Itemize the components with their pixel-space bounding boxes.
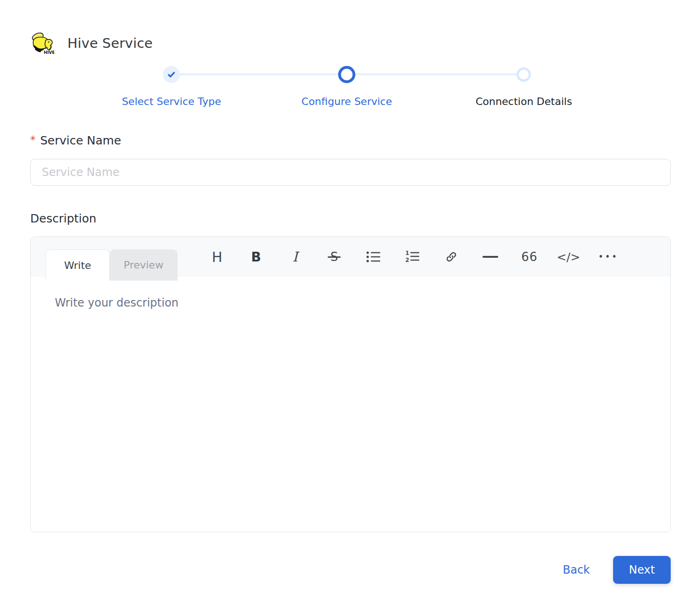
step-active-indicator [338, 66, 356, 83]
description-editor: Write Preview H B I S [30, 236, 671, 532]
editor-toolbar-icons: H B I S [208, 237, 617, 277]
code-icon: </> [557, 250, 580, 264]
horizontal-rule-icon [482, 256, 498, 258]
quote-button[interactable]: 66 [520, 248, 539, 266]
editor-toolbar: Write Preview H B I S [31, 237, 670, 277]
back-button[interactable]: Back [563, 563, 590, 576]
step-label: Select Service Type [122, 96, 221, 107]
page-title: Hive Service [67, 35, 153, 51]
step-label: Connection Details [475, 96, 572, 107]
step-label: Configure Service [302, 96, 392, 107]
stepper: Select Service Type Configure Service Co… [30, 65, 671, 111]
step-select-service-type[interactable]: Select Service Type [122, 65, 221, 107]
service-name-label: Service Name [40, 134, 121, 147]
editor-body [31, 277, 670, 532]
description-label: Description [30, 212, 96, 225]
service-name-input[interactable] [30, 159, 671, 186]
step-completed-indicator [163, 66, 180, 83]
more-icon: ••• [596, 253, 619, 261]
editor-tabs: Write Preview [46, 249, 178, 281]
horizontal-rule-button[interactable] [481, 248, 500, 266]
ordered-list-icon: 1 2 [405, 250, 419, 263]
ordered-list-button[interactable]: 1 2 [403, 248, 422, 266]
description-textarea[interactable] [31, 277, 670, 532]
step-configure-service[interactable]: Configure Service [302, 65, 392, 107]
svg-text:2: 2 [405, 257, 409, 263]
more-button[interactable]: ••• [598, 248, 617, 266]
italic-button[interactable]: I [286, 248, 304, 266]
code-button[interactable]: </> [559, 248, 578, 266]
quote-icon: 66 [521, 250, 537, 264]
italic-icon: I [292, 249, 297, 265]
link-button[interactable] [442, 248, 461, 266]
step-connection-details[interactable]: Connection Details [475, 65, 572, 107]
strikethrough-button[interactable]: S [325, 248, 343, 266]
hive-service-wizard-page: HIVE Hive Service Select Service Type [0, 0, 700, 614]
tab-write[interactable]: Write [46, 249, 110, 281]
heading-button[interactable]: H [208, 248, 226, 266]
step-upcoming-indicator [517, 67, 531, 82]
page-header: HIVE Hive Service [30, 0, 671, 55]
required-asterisk: * [30, 134, 36, 146]
link-icon [445, 251, 457, 263]
description-label-row: Description [30, 212, 671, 225]
svg-text:HIVE: HIVE [44, 50, 54, 55]
hive-logo: HIVE [30, 32, 54, 55]
check-icon [167, 70, 176, 79]
next-button[interactable]: Next [613, 556, 671, 584]
bold-button[interactable]: B [247, 248, 265, 266]
wizard-footer: Back Next [30, 556, 671, 584]
heading-icon: H [212, 249, 223, 265]
service-name-label-row: * Service Name [30, 134, 671, 147]
unordered-list-button[interactable] [364, 248, 383, 266]
tab-preview[interactable]: Preview [110, 249, 178, 281]
svg-text:1: 1 [405, 250, 409, 256]
unordered-list-icon [366, 251, 380, 263]
strikethrough-icon: S [330, 250, 338, 264]
bold-icon: B [251, 249, 261, 265]
